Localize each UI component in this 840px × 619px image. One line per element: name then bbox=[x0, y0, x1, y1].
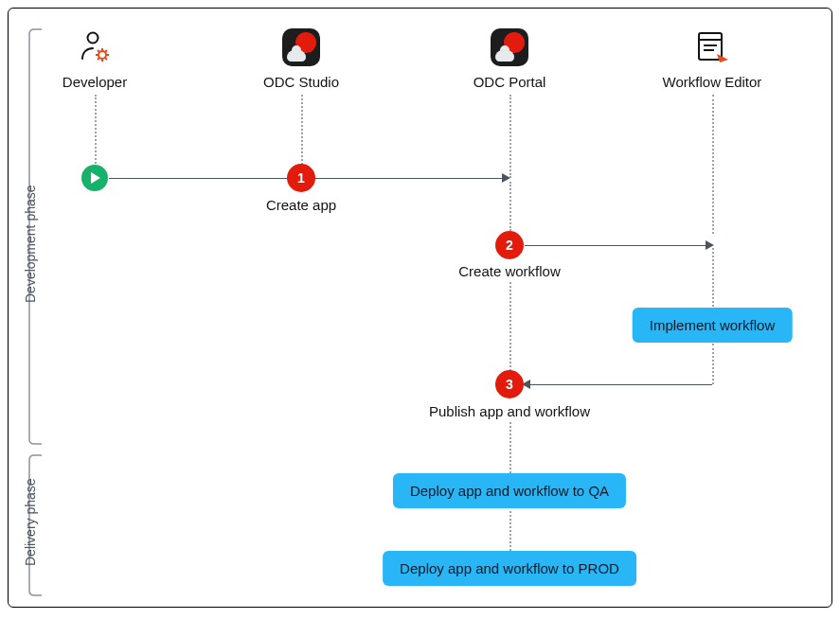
lane-studio-label: ODC Studio bbox=[225, 74, 377, 90]
lane-portal-label: ODC Portal bbox=[434, 74, 585, 90]
svg-point-0 bbox=[88, 33, 98, 44]
diagram-canvas: Development phase Delivery phase bbox=[0, 0, 840, 619]
action-deploy-prod: Deploy app and workflow to PROD bbox=[383, 551, 636, 586]
lane-editor-label: Workflow Editor bbox=[636, 74, 788, 90]
arrowhead-2 bbox=[706, 240, 714, 250]
svg-point-1 bbox=[98, 51, 106, 59]
svg-line-7 bbox=[105, 58, 107, 60]
step-3-label: Publish app and workflow bbox=[429, 403, 590, 419]
odc-portal-icon bbox=[491, 28, 528, 66]
step-1-num: 1 bbox=[297, 170, 305, 186]
guide-portal-top bbox=[509, 95, 511, 178]
guide-portal-mid1 bbox=[509, 182, 511, 231]
action-implement-workflow: Implement workflow bbox=[633, 308, 793, 343]
step-3-circle: 3 bbox=[495, 370, 524, 398]
step-2-num: 2 bbox=[506, 238, 513, 253]
play-icon bbox=[88, 171, 101, 185]
lane-developer: Developer bbox=[19, 28, 170, 90]
step-1-circle: 1 bbox=[287, 164, 315, 192]
step-2-label: Create workflow bbox=[458, 263, 561, 279]
svg-marker-15 bbox=[91, 172, 100, 184]
start-node bbox=[81, 165, 108, 191]
action-deploy-qa: Deploy app and workflow to QA bbox=[393, 473, 626, 508]
development-phase-label: Development phase bbox=[23, 185, 38, 303]
svg-line-6 bbox=[98, 50, 99, 52]
arrow-step2-to-editor bbox=[525, 245, 706, 246]
lane-portal: ODC Portal bbox=[434, 28, 585, 90]
arrow-editor-to-portal bbox=[528, 384, 712, 385]
svg-line-8 bbox=[105, 50, 107, 52]
lane-editor: Workflow Editor bbox=[636, 28, 788, 90]
developer-icon bbox=[76, 28, 114, 66]
guide-studio bbox=[301, 95, 303, 165]
guide-editor-top bbox=[712, 95, 714, 234]
step-2-circle: 2 bbox=[495, 231, 524, 259]
delivery-phase-label: Delivery phase bbox=[23, 478, 38, 566]
step-3-num: 3 bbox=[506, 377, 513, 392]
workflow-editor-icon bbox=[693, 28, 731, 66]
step-1-label: Create app bbox=[266, 197, 336, 213]
lane-studio: ODC Studio bbox=[225, 28, 377, 90]
guide-portal-mid2 bbox=[509, 282, 511, 371]
guide-portal-to-prod bbox=[509, 511, 511, 551]
guide-editor-mid bbox=[712, 248, 714, 307]
lane-developer-label: Developer bbox=[19, 74, 170, 90]
guide-portal-to-qa bbox=[509, 422, 511, 473]
arrowhead-1 bbox=[502, 173, 510, 183]
odc-studio-icon bbox=[282, 28, 320, 66]
guide-developer bbox=[95, 95, 97, 170]
svg-line-9 bbox=[98, 58, 99, 60]
guide-editor-down bbox=[712, 344, 714, 384]
